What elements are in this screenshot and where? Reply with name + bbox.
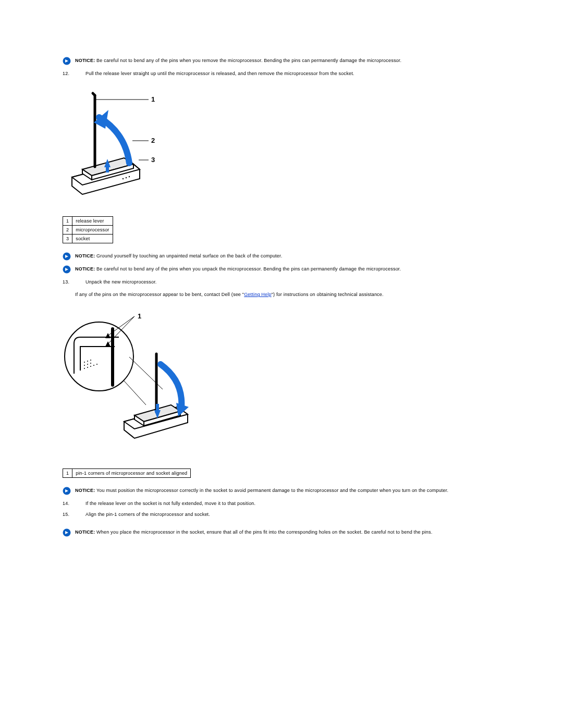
cell-text: pin-1 corners of microprocessor and sock… xyxy=(72,469,191,478)
notice-icon xyxy=(63,265,71,274)
notice-text: NOTICE: When you place the microprocesso… xyxy=(75,529,432,535)
notice-icon xyxy=(63,487,71,495)
step-number: 13. xyxy=(63,279,73,285)
callout-2: 2 xyxy=(151,137,155,144)
step-13-substep: If any of the pins on the microprocessor… xyxy=(75,291,459,298)
svg-point-18 xyxy=(84,368,85,369)
svg-point-19 xyxy=(87,367,88,368)
callout-3: 3 xyxy=(151,156,155,164)
cell-text: socket xyxy=(72,235,113,243)
notice-label: NOTICE: xyxy=(75,266,95,272)
notice-text: NOTICE: Ground yourself by touching an u… xyxy=(75,253,282,259)
cell-num: 3 xyxy=(63,235,72,243)
figure-remove-processor: 1 2 3 xyxy=(63,86,459,202)
svg-point-6 xyxy=(123,178,124,179)
notice-block: NOTICE: Be careful not to bend any of th… xyxy=(63,57,459,65)
svg-point-20 xyxy=(90,366,91,367)
callout-table-1: 1 release lever 2 microprocessor 3 socke… xyxy=(63,216,113,243)
table-row: 2 microprocessor xyxy=(63,226,113,235)
notice-icon xyxy=(63,252,71,261)
notice-text: NOTICE: You must position the microproce… xyxy=(75,487,448,493)
step-14: 14. If the release lever on the socket i… xyxy=(63,500,459,507)
step-13: 13. Unpack the new microprocessor. xyxy=(63,279,459,285)
notice-icon xyxy=(63,57,71,65)
svg-point-7 xyxy=(126,177,127,178)
svg-point-8 xyxy=(129,176,130,177)
svg-point-22 xyxy=(87,364,88,365)
table-row: 1 release lever xyxy=(63,217,113,226)
step-number: 12. xyxy=(63,70,73,77)
svg-point-26 xyxy=(90,360,91,361)
step-text: If the release lever on the socket is no… xyxy=(85,500,255,507)
notice-text: NOTICE: Be careful not to bend any of th… xyxy=(75,57,401,64)
callout-1: 1 xyxy=(151,95,155,103)
document-page: NOTICE: Be careful not to bend any of th… xyxy=(0,0,480,563)
notice-icon xyxy=(63,528,71,537)
table-row: 1 pin-1 corners of microprocessor and so… xyxy=(63,469,191,478)
figure-install-processor: 1 xyxy=(63,307,459,454)
svg-point-25 xyxy=(87,361,88,362)
svg-line-32 xyxy=(124,381,146,405)
svg-point-24 xyxy=(84,362,85,363)
svg-point-21 xyxy=(84,365,85,366)
notice-text: NOTICE: Be careful not to bend any of th… xyxy=(75,266,401,272)
step-text: Unpack the new microprocessor. xyxy=(85,279,157,285)
notice-label: NOTICE: xyxy=(75,58,95,63)
notice-label: NOTICE: xyxy=(75,488,95,493)
step-text: Align the pin-1 corners of the microproc… xyxy=(85,511,210,517)
notice-block: NOTICE: Ground yourself by touching an u… xyxy=(63,253,459,261)
notice-block: NOTICE: You must position the microproce… xyxy=(63,487,459,495)
svg-rect-42 xyxy=(156,404,159,411)
notice-block: NOTICE: When you place the microprocesso… xyxy=(63,529,459,537)
svg-point-27 xyxy=(93,365,94,366)
table-row: 3 socket xyxy=(63,235,113,243)
notice-block: NOTICE: Be careful not to bend any of th… xyxy=(63,266,459,274)
cell-num: 1 xyxy=(63,217,72,226)
step-12: 12. Pull the release lever straight up u… xyxy=(63,70,459,77)
cell-text: microprocessor xyxy=(72,226,113,235)
svg-point-23 xyxy=(90,363,91,364)
callout-1: 1 xyxy=(138,312,141,320)
notice-label: NOTICE: xyxy=(75,253,95,258)
getting-help-link[interactable]: Getting Help xyxy=(244,292,271,297)
svg-point-17 xyxy=(65,322,133,391)
svg-rect-11 xyxy=(106,165,109,172)
cell-num: 2 xyxy=(63,226,72,235)
callout-table-2: 1 pin-1 corners of microprocessor and so… xyxy=(63,468,191,478)
svg-point-28 xyxy=(96,364,97,365)
cell-text: release lever xyxy=(72,217,113,226)
step-number: 15. xyxy=(63,511,73,517)
notice-label: NOTICE: xyxy=(75,529,95,535)
step-text: Pull the release lever straight up until… xyxy=(85,70,354,77)
cell-num: 1 xyxy=(63,469,72,478)
step-number: 14. xyxy=(63,500,73,507)
step-15: 15. Align the pin-1 corners of the micro… xyxy=(63,511,459,517)
